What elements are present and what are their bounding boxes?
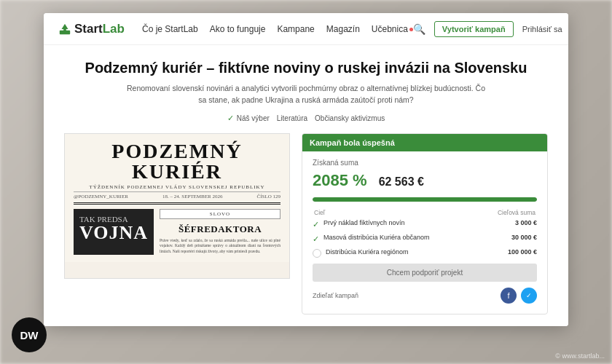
ciel-header: Cieľ bbox=[314, 209, 325, 216]
page-wrapper: StartLab Čo je StartLab Ako to funguje K… bbox=[0, 0, 612, 364]
login-button[interactable]: Prihlásiť sa bbox=[522, 25, 562, 33]
watermark: © www.startlab... bbox=[555, 352, 605, 360]
newspaper-body: TAK PREDSA VOJNA SLOVO ŠÉFREDAKTORA Práv… bbox=[74, 209, 280, 255]
nav-item-4[interactable]: Učebnica bbox=[372, 24, 413, 34]
facebook-share-button[interactable]: f bbox=[501, 288, 517, 304]
goals-header: Cieľ Cieľová suma bbox=[313, 209, 537, 216]
main-content: Podzemný kuriér – fiktívne noviny o rusk… bbox=[44, 45, 568, 326]
campaign-panel: Kampaň bola úspešná Získaná suma 2085 % … bbox=[302, 133, 548, 314]
goal-row-2: Distribúcia Kuriéra regiónom 100 000 € bbox=[313, 248, 537, 258]
vojna-text: VOJNA bbox=[79, 223, 148, 242]
newspaper-body-text: Práve vtedy, keď sa zdalo, že sa ruská a… bbox=[160, 238, 280, 255]
article-subtitle: Renomovaní slovenskí novinári a analytic… bbox=[124, 83, 488, 106]
goal-row-0: ✓ Prvý náklad fiktívnych novín 3 000 € bbox=[313, 219, 537, 229]
percent-value: 2085 % bbox=[313, 171, 367, 190]
campaign-success-bar: Kampaň bola úspešná bbox=[302, 134, 547, 151]
zdielat-label: Zdieľať kampaň bbox=[313, 292, 358, 299]
newspaper-inner: PODZEMNÝ KURIÉR TÝŽDENNÍK PODZEMNEJ VLÁD… bbox=[65, 134, 289, 262]
check-icon: ✓ bbox=[227, 114, 234, 123]
nav-item-3[interactable]: Magazín bbox=[326, 24, 360, 34]
newspaper-header: PODZEMNÝ KURIÉR TÝŽDENNÍK PODZEMNEJ VLÁD… bbox=[74, 141, 280, 205]
nav-right: 🔍 Vytvoriť kampaň Prihlásiť sa bbox=[413, 21, 562, 37]
navbar: StartLab Čo je StartLab Ako to funguje K… bbox=[44, 13, 568, 45]
euro-value: 62 563 € bbox=[379, 175, 424, 189]
goal-check-empty-2 bbox=[313, 249, 321, 258]
goal-check-icon-0: ✓ bbox=[313, 220, 319, 229]
tag-nas-vyber[interactable]: ✓ Náš výber bbox=[227, 114, 270, 123]
goal-amount-1: 30 000 € bbox=[511, 234, 537, 241]
nav-item-0[interactable]: Čo je StartLab bbox=[142, 24, 198, 34]
tags-row: ✓ Náš výber Literatúra Občiansky aktiviz… bbox=[64, 114, 548, 123]
search-icon[interactable]: 🔍 bbox=[413, 23, 425, 35]
vytvorit-kampan-button[interactable]: Vytvoriť kampaň bbox=[434, 21, 514, 37]
percent-row: 2085 % 62 563 € bbox=[313, 171, 537, 190]
goal-row-1: ✓ Masová distribúcia Kuriéra občanom 30 … bbox=[313, 234, 537, 244]
newspaper-image: PODZEMNÝ KURIÉR TÝŽDENNÍK PODZEMNEJ VLÁD… bbox=[64, 133, 290, 279]
goal-name-1: Masová distribúcia Kuriéra občanom bbox=[323, 234, 501, 242]
goal-amount-0: 3 000 € bbox=[515, 219, 537, 226]
zdielat-row: Zdieľať kampaň f ✓ bbox=[313, 288, 537, 304]
nav-links: Čo je StartLab Ako to funguje Kampane Ma… bbox=[142, 24, 413, 34]
logo-text: StartLab bbox=[74, 22, 125, 36]
newspaper-handle: @PODZEMNY_KURIER bbox=[74, 194, 128, 199]
ziskana-suma-label: Získaná suma bbox=[313, 159, 537, 167]
newspaper-name-line1: PODZEMNÝ bbox=[74, 141, 280, 162]
newspaper-issue: ČÍSLO 129 bbox=[257, 194, 280, 199]
twitter-share-button[interactable]: ✓ bbox=[521, 288, 537, 304]
dw-logo: DW bbox=[12, 317, 47, 352]
tag-aktivizmus[interactable]: Občiansky aktivizmus bbox=[315, 114, 385, 123]
tag-literatura[interactable]: Literatúra bbox=[277, 114, 307, 123]
nav-item-2[interactable]: Kampane bbox=[277, 24, 314, 34]
sefredaktora: ŠÉFREDAKTORA bbox=[160, 223, 280, 235]
newspaper-right-col: SLOVO ŠÉFREDAKTORA Práve vtedy, keď sa z… bbox=[160, 209, 280, 255]
slovo-header: SLOVO bbox=[160, 209, 280, 219]
nav-item-1[interactable]: Ako to funguje bbox=[210, 24, 266, 34]
social-icons: f ✓ bbox=[501, 288, 537, 304]
newspaper-meta: @PODZEMNY_KURIER 18. – 24. SEPTEMBER 202… bbox=[74, 191, 280, 199]
progress-bar-container bbox=[313, 197, 537, 202]
goal-name-2: Distribúcia Kuriéra regiónom bbox=[326, 248, 498, 257]
startlab-logo-icon bbox=[58, 23, 71, 36]
browser-card: StartLab Čo je StartLab Ako to funguje K… bbox=[44, 13, 568, 326]
support-button[interactable]: Chcem podporiť projekt bbox=[313, 264, 537, 282]
newspaper-name-line2: KURIÉR bbox=[74, 162, 280, 182]
goal-check-icon-1: ✓ bbox=[313, 234, 319, 244]
logo[interactable]: StartLab bbox=[58, 22, 125, 36]
content-columns: PODZEMNÝ KURIÉR TÝŽDENNÍK PODZEMNEJ VLÁD… bbox=[64, 133, 548, 314]
newspaper-headline-box: TAK PREDSA VOJNA bbox=[74, 209, 154, 255]
article-title: Podzemný kuriér – fiktívne noviny o rusk… bbox=[64, 58, 548, 77]
cielova-suma-header: Cieľová suma bbox=[498, 209, 536, 216]
progress-bar-fill bbox=[313, 197, 537, 202]
goal-name-0: Prvý náklad fiktívnych novín bbox=[323, 219, 505, 228]
svg-rect-2 bbox=[63, 28, 66, 31]
newspaper-subtitle: TÝŽDENNÍK PODZEMNEJ VLÁDY SLOVENSKEJ REP… bbox=[74, 184, 280, 190]
newspaper-date: 18. – 24. SEPTEMBER 2026 bbox=[162, 194, 222, 199]
success-word: úspešná bbox=[362, 138, 395, 147]
goal-amount-2: 100 000 € bbox=[508, 248, 537, 256]
